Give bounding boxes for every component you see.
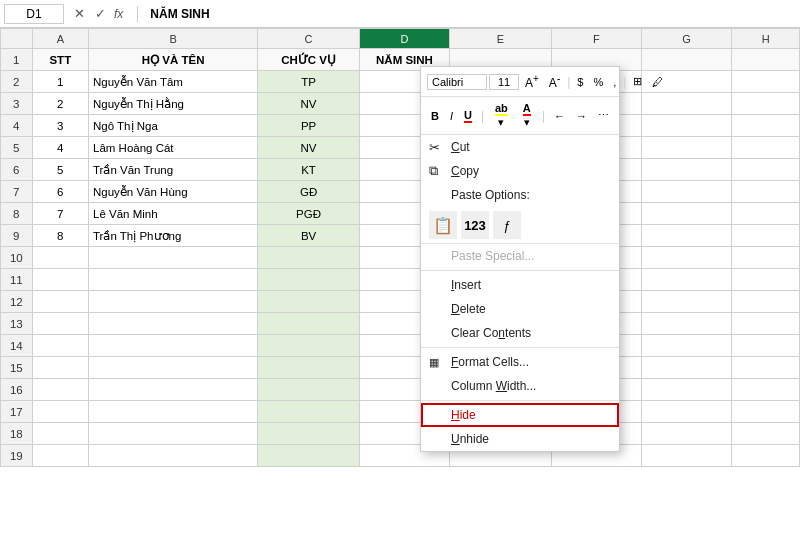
- cell-h1[interactable]: [732, 49, 800, 71]
- hide-menu-item[interactable]: Hide: [421, 403, 619, 427]
- cell-h4[interactable]: [732, 115, 800, 137]
- cell-c3[interactable]: NV: [258, 93, 360, 115]
- underline-button[interactable]: U: [460, 107, 476, 125]
- cell-g10[interactable]: [641, 247, 731, 269]
- cell-g12[interactable]: [641, 291, 731, 313]
- cell-h18[interactable]: [732, 423, 800, 445]
- cell-h10[interactable]: [732, 247, 800, 269]
- cell-reference-box[interactable]: D1: [4, 4, 64, 24]
- delete-menu-item[interactable]: Delete: [421, 297, 619, 321]
- cell-b8[interactable]: Lê Văn Minh: [89, 203, 258, 225]
- cell-h12[interactable]: [732, 291, 800, 313]
- cell-c18[interactable]: [258, 423, 360, 445]
- col-header-f[interactable]: F: [551, 29, 641, 49]
- confirm-formula-button[interactable]: ✓: [93, 6, 108, 21]
- cell-g4[interactable]: [641, 115, 731, 137]
- cell-g1[interactable]: [641, 49, 731, 71]
- cell-b19[interactable]: [89, 445, 258, 467]
- highlight-color-button[interactable]: ab▾: [489, 100, 514, 131]
- cell-b7[interactable]: Nguyễn Văn Hùng: [89, 181, 258, 203]
- cell-a8[interactable]: 7: [32, 203, 88, 225]
- cell-b3[interactable]: Nguyễn Thị Hằng: [89, 93, 258, 115]
- cell-a14[interactable]: [32, 335, 88, 357]
- italic-button[interactable]: I: [446, 108, 457, 124]
- cell-g18[interactable]: [641, 423, 731, 445]
- cell-h13[interactable]: [732, 313, 800, 335]
- cell-a13[interactable]: [32, 313, 88, 335]
- unhide-menu-item[interactable]: Unhide: [421, 427, 619, 451]
- cell-b11[interactable]: [89, 269, 258, 291]
- cell-c2[interactable]: TP: [258, 71, 360, 93]
- cell-g15[interactable]: [641, 357, 731, 379]
- cell-c5[interactable]: NV: [258, 137, 360, 159]
- decrease-indent-button[interactable]: →: [572, 108, 591, 124]
- col-header-d[interactable]: D: [359, 29, 449, 49]
- cell-c6[interactable]: KT: [258, 159, 360, 181]
- cell-h2[interactable]: [732, 71, 800, 93]
- cell-a6[interactable]: 5: [32, 159, 88, 181]
- cell-b15[interactable]: [89, 357, 258, 379]
- cell-h17[interactable]: [732, 401, 800, 423]
- cell-b16[interactable]: [89, 379, 258, 401]
- cell-a4[interactable]: 3: [32, 115, 88, 137]
- percent-button[interactable]: %: [589, 74, 607, 90]
- cell-g8[interactable]: [641, 203, 731, 225]
- cut-menu-item[interactable]: ✂ Cut: [421, 135, 619, 159]
- cell-b5[interactable]: Lâm Hoàng Cát: [89, 137, 258, 159]
- cell-a2[interactable]: 1: [32, 71, 88, 93]
- increase-indent-button[interactable]: ←: [550, 108, 569, 124]
- cell-h7[interactable]: [732, 181, 800, 203]
- cell-c13[interactable]: [258, 313, 360, 335]
- cell-c8[interactable]: PGĐ: [258, 203, 360, 225]
- paste-button[interactable]: 📋: [429, 211, 457, 239]
- cell-b12[interactable]: [89, 291, 258, 313]
- bold-button[interactable]: B: [427, 108, 443, 124]
- paint-bucket-button[interactable]: 🖊: [648, 74, 667, 90]
- col-header-b[interactable]: B: [89, 29, 258, 49]
- cell-b14[interactable]: [89, 335, 258, 357]
- insert-menu-item[interactable]: Insert: [421, 273, 619, 297]
- comma-button[interactable]: ,: [609, 74, 620, 90]
- cell-h15[interactable]: [732, 357, 800, 379]
- cell-h6[interactable]: [732, 159, 800, 181]
- col-header-g[interactable]: G: [641, 29, 731, 49]
- paste-formula-button[interactable]: ƒ: [493, 211, 521, 239]
- cell-b10[interactable]: [89, 247, 258, 269]
- cell-c1[interactable]: CHỨC VỤ: [258, 49, 360, 71]
- cell-a9[interactable]: 8: [32, 225, 88, 247]
- cell-a17[interactable]: [32, 401, 88, 423]
- cell-g11[interactable]: [641, 269, 731, 291]
- cell-b13[interactable]: [89, 313, 258, 335]
- cell-a3[interactable]: 2: [32, 93, 88, 115]
- cell-g16[interactable]: [641, 379, 731, 401]
- cell-a11[interactable]: [32, 269, 88, 291]
- cell-c17[interactable]: [258, 401, 360, 423]
- cell-b6[interactable]: Trần Văn Trung: [89, 159, 258, 181]
- font-size-input[interactable]: [489, 74, 519, 90]
- cell-h8[interactable]: [732, 203, 800, 225]
- cell-a1[interactable]: STT: [32, 49, 88, 71]
- cell-g3[interactable]: [641, 93, 731, 115]
- cell-h16[interactable]: [732, 379, 800, 401]
- increase-font-button[interactable]: A+: [521, 71, 543, 92]
- cell-g6[interactable]: [641, 159, 731, 181]
- cell-g5[interactable]: [641, 137, 731, 159]
- dollar-button[interactable]: $: [573, 74, 587, 90]
- cell-b17[interactable]: [89, 401, 258, 423]
- cell-a15[interactable]: [32, 357, 88, 379]
- cell-c15[interactable]: [258, 357, 360, 379]
- cell-a18[interactable]: [32, 423, 88, 445]
- cell-g14[interactable]: [641, 335, 731, 357]
- font-family-input[interactable]: [427, 74, 487, 90]
- cell-a16[interactable]: [32, 379, 88, 401]
- cell-g19[interactable]: [641, 445, 731, 467]
- clear-contents-menu-item[interactable]: Clear Contents: [421, 321, 619, 345]
- format-cells-menu-item[interactable]: ▦ Format Cells...: [421, 350, 619, 374]
- borders-button[interactable]: ⊞: [629, 73, 646, 90]
- cell-g13[interactable]: [641, 313, 731, 335]
- col-header-h[interactable]: H: [732, 29, 800, 49]
- cell-c4[interactable]: PP: [258, 115, 360, 137]
- cell-a7[interactable]: 6: [32, 181, 88, 203]
- cell-h19[interactable]: [732, 445, 800, 467]
- cell-c9[interactable]: BV: [258, 225, 360, 247]
